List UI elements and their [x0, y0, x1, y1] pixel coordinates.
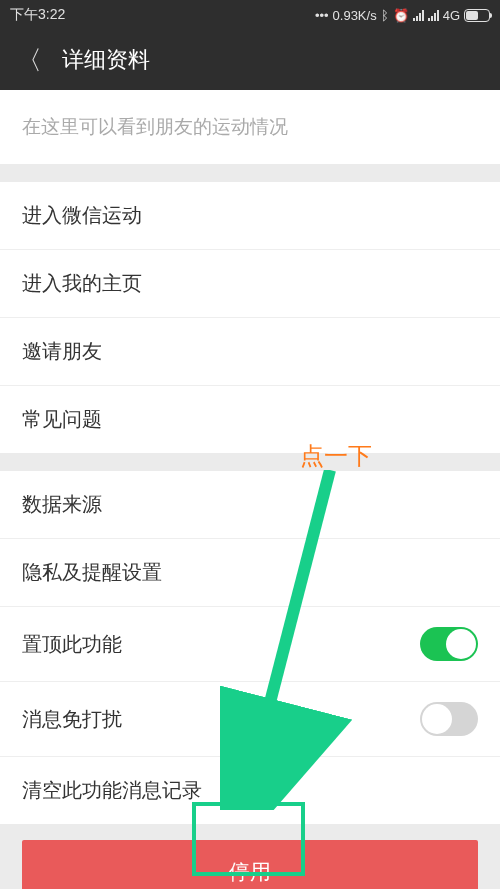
faq[interactable]: 常见问题: [0, 386, 500, 453]
alarm-icon: ⏰: [393, 8, 409, 23]
pin-toggle[interactable]: [420, 627, 478, 661]
signal-icon-2: [428, 9, 439, 21]
battery-icon: [464, 9, 490, 22]
disable-button[interactable]: 停用: [22, 840, 478, 889]
network-type: 4G: [443, 8, 460, 23]
status-time: 下午3:22: [10, 6, 65, 24]
bluetooth-icon: ᛒ: [381, 8, 389, 23]
clear-messages[interactable]: 清空此功能消息记录: [0, 757, 500, 824]
signal-icon-1: [413, 9, 424, 21]
pin-function: 置顶此功能: [0, 607, 500, 682]
friend-activity-info: 在这里可以看到朋友的运动情况: [0, 90, 500, 164]
invite-friends[interactable]: 邀请朋友: [0, 318, 500, 386]
header: 〈 详细资料: [0, 30, 500, 90]
page-title: 详细资料: [62, 45, 150, 75]
dots-icon: •••: [315, 8, 329, 23]
mute-notifications: 消息免打扰: [0, 682, 500, 757]
enter-my-homepage[interactable]: 进入我的主页: [0, 250, 500, 318]
settings-section: 数据来源 隐私及提醒设置 置顶此功能 消息免打扰 清空此功能消息记录: [0, 471, 500, 824]
enter-werun[interactable]: 进入微信运动: [0, 182, 500, 250]
network-speed: 0.93K/s: [333, 8, 377, 23]
info-text: 在这里可以看到朋友的运动情况: [22, 116, 288, 137]
annotation-label: 点一下: [300, 440, 372, 472]
data-source[interactable]: 数据来源: [0, 471, 500, 539]
privacy-reminder-settings[interactable]: 隐私及提醒设置: [0, 539, 500, 607]
back-icon[interactable]: 〈: [16, 43, 42, 78]
status-bar: 下午3:22 ••• 0.93K/s ᛒ ⏰ 4G: [0, 0, 500, 30]
button-container: 停用: [0, 824, 500, 889]
mute-toggle[interactable]: [420, 702, 478, 736]
navigation-section: 进入微信运动 进入我的主页 邀请朋友 常见问题: [0, 182, 500, 453]
status-indicators: ••• 0.93K/s ᛒ ⏰ 4G: [315, 8, 490, 23]
